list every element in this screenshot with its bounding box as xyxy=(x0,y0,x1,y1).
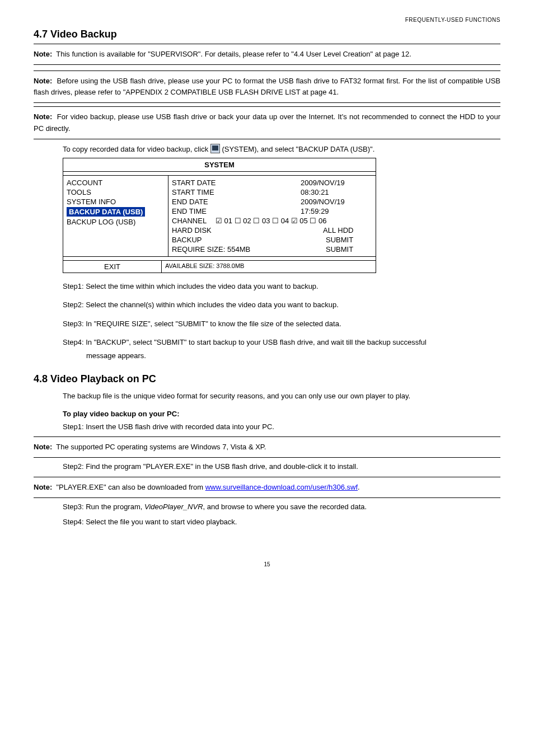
step-48-3-post: , and browse to where you save the recor… xyxy=(203,503,367,511)
value-backup: SUBMIT xyxy=(261,236,372,244)
section-48-title: 4.8 Video Playback on PC xyxy=(34,373,500,385)
divider xyxy=(34,477,500,477)
divider xyxy=(34,436,500,437)
divider xyxy=(34,64,500,65)
backup-instruction-lead: To copy recorded data for video backup, … xyxy=(63,144,500,153)
value-end-time: 17:59:29 xyxy=(261,207,372,215)
note-text: This function is available for "SUPERVIS… xyxy=(56,50,411,58)
step-4a: Step4: In "BACKUP", select "SUBMIT" to s… xyxy=(63,337,500,348)
note-2: Note: Before using the USB flash drive, … xyxy=(34,76,500,98)
step-48-4: Step4: Select the file you want to start… xyxy=(63,516,500,528)
available-size: AVAILABLE SIZE: 3788.0MB xyxy=(162,261,376,273)
divider xyxy=(34,497,500,498)
menu-item-backup-data-usb: BACKUP DATA (USB) xyxy=(67,207,145,217)
step-48-2: Step2: Find the program "PLAYER.EXE" in … xyxy=(63,461,500,472)
system-dialog-right-pane: START DATE2009/NOV/19 START TIME08:30:21… xyxy=(168,176,376,256)
menu-item-tools: TOOLS xyxy=(67,187,165,197)
value-start-date: 2009/NOV/19 xyxy=(261,179,372,187)
note-1: Note: This function is available for "SU… xyxy=(34,49,500,60)
step-2: Step2: Select the channel(s) within whic… xyxy=(63,299,500,311)
step-1: Step1: Select the time within which incl… xyxy=(63,281,500,292)
note-5: Note: "PLAYER.EXE" can also be downloade… xyxy=(34,482,500,493)
system-dialog-left-pane: ACCOUNT TOOLS SYSTEM INFO BACKUP DATA (U… xyxy=(63,176,168,256)
exit-label: EXIT xyxy=(63,261,162,273)
label-require-size: REQUIRE SIZE: 554MB xyxy=(172,245,261,253)
note5-post: . xyxy=(358,483,360,491)
divider xyxy=(34,457,500,458)
value-start-time: 08:30:21 xyxy=(261,188,372,196)
menu-item-account: ACCOUNT xyxy=(67,178,165,187)
download-link[interactable]: www.surveillance-download.com/user/h306.… xyxy=(205,483,358,491)
value-harddisk: ALL HDD xyxy=(261,226,372,234)
channel-checkboxes: ☑ 01 ☐ 02 ☐ 03 ☐ 04 ☑ 05 ☐ 06 xyxy=(216,217,327,225)
note-text: The supported PC operating systems are W… xyxy=(56,443,266,451)
section-47-title: 4.7 Video Backup xyxy=(34,29,500,40)
divider xyxy=(34,71,500,71)
para-48-bold: To play video backup on your PC: xyxy=(63,410,500,418)
value-end-date: 2009/NOV/19 xyxy=(261,198,372,206)
value-require-size: SUBMIT xyxy=(261,245,372,253)
system-dialog-table: SYSTEM ACCOUNT TOOLS SYSTEM INFO BACKUP … xyxy=(63,158,376,273)
label-harddisk: HARD DISK xyxy=(172,226,261,234)
step-48-1: Step1: Insert the USB flash drive with r… xyxy=(63,421,500,433)
page-number: 15 xyxy=(34,561,500,567)
label-backup: BACKUP xyxy=(172,236,261,244)
label-start-date: START DATE xyxy=(172,179,261,187)
running-header: FREQUENTLY-USED FUNCTIONS xyxy=(34,17,500,23)
note5-pre: "PLAYER.EXE" can also be downloaded from xyxy=(56,483,205,491)
step-4b: message appears. xyxy=(86,350,500,361)
divider xyxy=(34,102,500,103)
note-text: For video backup, please use USB flash d… xyxy=(34,112,500,132)
label-end-date: END DATE xyxy=(172,198,261,206)
note-label: Note: xyxy=(34,50,52,58)
divider xyxy=(34,139,500,139)
step-48-3: Step3: Run the program, VideoPlayer_NVR,… xyxy=(63,501,500,513)
divider xyxy=(34,44,500,44)
lead-post: (SYSTEM), and select "BACKUP DATA (USB)"… xyxy=(222,145,374,153)
label-end-time: END TIME xyxy=(172,207,261,215)
step-3: Step3: In "REQUIRE SIZE", select "SUBMIT… xyxy=(63,318,500,330)
note-label: Note: xyxy=(34,112,52,121)
note-3: Note: For video backup, please use USB f… xyxy=(34,111,500,134)
step-48-3-pre: Step3: Run the program, xyxy=(63,503,144,511)
menu-item-backup-log-usb: BACKUP LOG (USB) xyxy=(67,217,165,227)
system-icon xyxy=(210,144,220,153)
note-label: Note: xyxy=(34,483,52,491)
system-dialog-title: SYSTEM xyxy=(63,158,376,172)
para-48-1: The backup file is the unique video form… xyxy=(63,391,500,402)
lead-pre: To copy recorded data for video backup, … xyxy=(63,145,210,153)
note-label: Note: xyxy=(34,443,52,451)
label-channel: CHANNEL xyxy=(172,217,216,225)
note-label: Note: xyxy=(34,77,52,85)
step-48-3-program: VideoPlayer_NVR xyxy=(144,503,203,511)
menu-item-systeminfo: SYSTEM INFO xyxy=(67,197,165,206)
label-start-time: START TIME xyxy=(172,188,261,196)
note-text: Before using the USB flash drive, please… xyxy=(34,77,500,96)
note-4: Note: The supported PC operating systems… xyxy=(34,442,500,453)
divider xyxy=(34,106,500,107)
